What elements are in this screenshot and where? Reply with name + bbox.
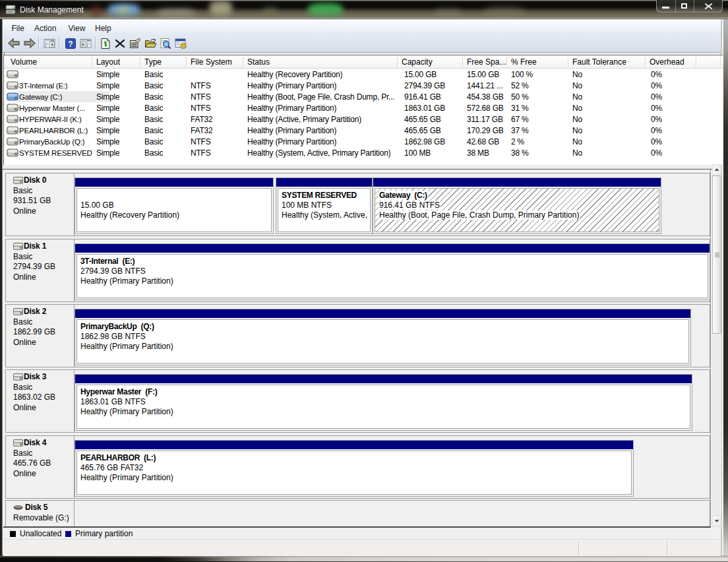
svg-text:?: ?: [68, 40, 73, 49]
